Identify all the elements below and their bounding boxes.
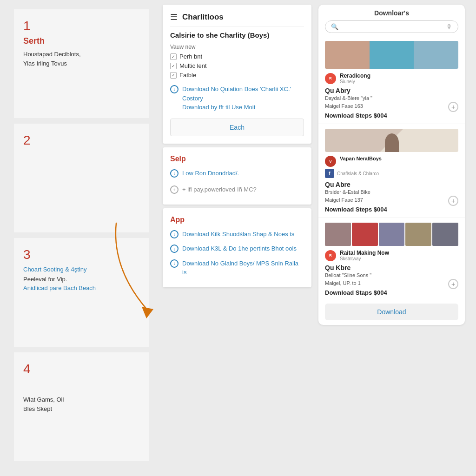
person-silhouette [385,133,399,152]
section-text-4: Wlat Gams, Oil Bles Skept [23,395,139,413]
section-number-1: 1 [23,19,139,33]
panel2-item-2: + + ifi pay.powerloved Iñ MC? [170,185,304,194]
checkbox-label-2: Multic lent [179,62,207,69]
artist-avatar-3: R [325,250,336,261]
tg-img-2 [352,223,378,246]
search-icon: 🔍 [331,23,338,30]
each-button[interactable]: Each [170,119,304,136]
artist-info-3: Raital Making Now Skstntway [340,250,458,261]
music-item-1: R Reradicong Siunely Qu Abry Daydal &-Bi… [318,36,465,124]
section-text-1: Houstapad Deciblots, Yias Irling Tovus [23,50,139,68]
checkbox-icon-2: ✓ [170,63,177,69]
section-number-3: 3 [23,247,139,262]
checkbox-item-2[interactable]: ✓ Multic lent [170,62,304,69]
artist-sub-2: Chaflslals & Chlarco [337,171,379,176]
price-label-2: Nownload Steps $004 [325,206,458,213]
price-row-2: Maigel Faae 137 + [325,196,458,206]
checkbox-icon-3: ✓ [170,72,177,79]
hamburger-icon[interactable]: ☰ [170,12,178,22]
panel2-item-1: ↓ I ow Ron Dnondrlad/. [170,169,304,178]
left-section-4: 4 Wlat Gams, Oil Bles Skept [14,352,149,461]
music-thumbnail-3 [325,223,458,246]
download-button[interactable]: Download [325,304,458,320]
panel3-text-1[interactable]: Download Kilk Shuodślan Shap & Noes ts [182,230,294,239]
price-label-1: Nownload Steps $004 [325,112,458,119]
download-icon-3a: ↓ [170,230,178,238]
music-thumbnail-1 [325,41,458,69]
left-section-2: 2 [14,124,149,232]
music-meta-row-2: V Vapan NeralBoys [325,156,458,167]
artist-avatar-2: V [325,156,336,167]
artist-avatar-1: R [325,73,336,84]
price-label-3: Download Staps $004 [325,289,458,296]
panel3-text-3[interactable]: Download No Glaind Boys/ MPS Snin Ralla … [182,259,304,277]
left-column: 1 Serth Houstapad Deciblots, Yias Irling… [0,0,158,476]
dl-text-1[interactable]: Download No Quiation Boes 'Charlii XC.' … [182,85,304,112]
thumb-seg-2 [370,41,414,69]
panel-2-title: Selp [170,155,304,163]
panel3-text-2[interactable]: Download K3L & Do 1he pertints Bhot ools [182,244,297,253]
download-icon-1: ↓ [170,85,178,93]
music-meta-1: R Reradicong Siunely [325,73,458,84]
main-container: 1 Serth Houstapad Deciblots, Yias Irling… [0,0,476,476]
panel3-item-3: ↓ Download No Glaind Boys/ MPS Snin Rall… [170,259,304,277]
plus-button-1[interactable]: + [448,102,458,112]
right-panel-header: Downloar's 🔍 🎙 [318,5,465,36]
section-desc-3: Belioat "Sline Sons " [325,272,458,278]
section-label-1: Serth [23,36,139,46]
artist-sub-1: Siunely [340,79,458,84]
artist-name-3: Raital Making Now [340,250,458,256]
panel2-text-1[interactable]: I ow Ron Dnondrlad/. [182,169,239,178]
section-number-4: 4 [23,362,139,377]
music-meta-3: R Raital Making Now Skstntway [325,250,458,261]
panel-1-title: Charlitloos [182,13,224,22]
panel3-item-1: ↓ Download Kilk Shuodślan Shap & Noes ts [170,230,304,239]
fb-badge: f [325,169,334,178]
artist-sub-3: Skstntway [340,256,458,261]
left-section-1: 1 Serth Houstapad Deciblots, Yias Irling… [14,9,149,118]
mid-panel-1: ☰ Charlitloos Calsirie to she Charlity (… [163,5,311,144]
section-desc-2: Brsider &-Estal Bike [325,189,458,195]
thumb-seg-3 [414,41,458,69]
search-input[interactable] [342,23,443,30]
music-thumbnail-2 [325,129,458,152]
checkbox-item-1[interactable]: ✓ Perh bnt [170,53,304,60]
mid-panel-3: App ↓ Download Kilk Shuodślan Shap & Noe… [163,208,311,287]
section-desc2-2: Maigel Faae 137 [325,197,363,203]
plus-button-2[interactable]: + [448,196,458,206]
price-row-1: Maigel Faae 163 + [325,102,458,112]
section-heading-2: Qu Abre [325,181,458,188]
artist-info-2: Vapan NeralBoys [340,156,458,161]
checkbox-item-3[interactable]: ✓ Fatble [170,72,304,79]
price-row-3: Maigel, UP. to 1 + [325,279,458,289]
music-item-3: R Raital Making Now Skstntway Qu Kbre Be… [318,218,465,301]
panel-3-title: App [170,216,304,224]
middle-column: ☰ Charlitloos Calsirie to she Charlity (… [158,0,316,476]
section-number-2: 2 [23,133,139,148]
download-icon-3c: ↓ [170,259,178,268]
tg-img-4 [405,223,431,246]
checkbox-label-3: Fatble [179,72,196,79]
section-link-3-0[interactable]: Choart Sooting & 4ştiny [23,266,87,273]
download-link-1: ↓ Download No Quiation Boes 'Charlii XC.… [170,85,304,112]
search-bar[interactable]: 🔍 🎙 [325,20,458,33]
mid-panel-2: Selp ↓ I ow Ron Dnondrlad/. + + ifi pay.… [163,147,311,205]
artist-name-2: Vapan NeralBoys [340,156,458,161]
download-icon-3b: ↓ [170,245,178,253]
download-icon-2: ↓ [170,169,178,178]
checkbox-label-1: Perh bnt [179,53,202,60]
panel-1-header: ☰ Charlitloos [170,12,304,26]
section-link-3-2[interactable]: Anidlicad pare Bach Beach [23,284,96,291]
panel-1-section-label: Vauw new [170,44,304,50]
section-desc2-3: Maigel, UP. to 1 [325,280,361,286]
music-item-2: V Vapan NeralBoys f Chaflslals & Chlarco… [318,124,465,218]
tg-img-3 [379,223,405,246]
add-icon-2: + [170,185,178,194]
plus-button-3[interactable]: + [448,279,458,289]
panel3-item-2: ↓ Download K3L & Do 1he pertints Bhot oo… [170,244,304,253]
artist-info-1: Reradicong Siunely [340,73,458,84]
right-column: Downloar's 🔍 🎙 R Reradicong [316,0,469,476]
mic-icon: 🎙 [446,23,452,30]
panel-1-subtitle: Calsirie to she Charlity (Boys) [170,31,304,39]
panel2-text-2[interactable]: + ifi pay.powerloved Iñ MC? [182,185,257,194]
